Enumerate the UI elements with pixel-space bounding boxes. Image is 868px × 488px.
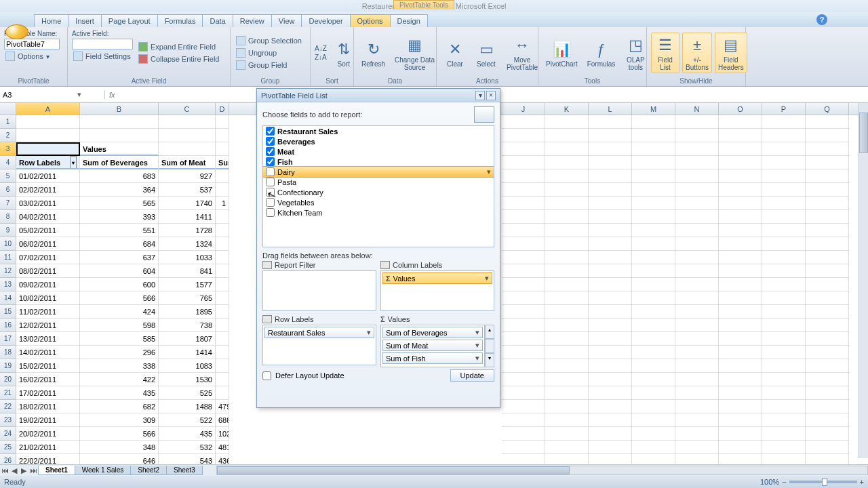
zoom-in-button[interactable]: + bbox=[860, 478, 864, 486]
cell[interactable] bbox=[545, 332, 589, 346]
cell[interactable]: 01/02/2011 bbox=[16, 169, 80, 183]
cell[interactable] bbox=[589, 251, 632, 264]
expand-field-button[interactable]: Expand Entire Field bbox=[137, 41, 221, 52]
sheet-tab-sheet2[interactable]: Sheet2 bbox=[130, 466, 167, 475]
tab-insert[interactable]: Insert bbox=[68, 14, 102, 27]
cell[interactable] bbox=[632, 264, 675, 278]
field-vegetables[interactable]: Vegetables bbox=[263, 197, 494, 207]
cell[interactable] bbox=[589, 264, 632, 278]
cell[interactable] bbox=[675, 183, 719, 197]
cell[interactable] bbox=[806, 210, 849, 224]
cell[interactable]: 1740 bbox=[159, 197, 216, 210]
col-header-J[interactable]: J bbox=[502, 103, 545, 115]
cell[interactable] bbox=[806, 332, 849, 346]
cell[interactable] bbox=[502, 359, 545, 373]
cell[interactable] bbox=[589, 129, 632, 142]
field-fish[interactable]: Fish bbox=[263, 157, 494, 167]
cell[interactable] bbox=[675, 251, 719, 264]
cell[interactable] bbox=[632, 251, 675, 264]
cell[interactable] bbox=[719, 413, 762, 427]
cell[interactable] bbox=[762, 359, 806, 373]
tab-formulas[interactable]: Formulas bbox=[157, 14, 203, 27]
cell[interactable] bbox=[762, 129, 806, 142]
namebox-dropdown-icon[interactable]: ▾ bbox=[77, 90, 81, 99]
row-header[interactable]: 18 bbox=[0, 346, 16, 359]
cell[interactable] bbox=[589, 278, 632, 291]
cell[interactable] bbox=[632, 346, 675, 359]
cell[interactable] bbox=[675, 278, 719, 291]
cell[interactable]: 1083 bbox=[159, 359, 216, 373]
cell[interactable]: 738 bbox=[159, 319, 216, 332]
cell[interactable] bbox=[216, 115, 229, 129]
cell[interactable]: 05/02/2011 bbox=[16, 224, 80, 237]
cell[interactable] bbox=[632, 115, 675, 129]
cell[interactable]: 364 bbox=[80, 183, 159, 197]
fieldlist-dropdown-icon[interactable]: ▾ bbox=[475, 91, 485, 100]
cell[interactable] bbox=[675, 156, 719, 169]
cell[interactable] bbox=[675, 441, 719, 454]
cell[interactable] bbox=[806, 115, 849, 129]
cell[interactable]: 13/02/2011 bbox=[16, 332, 80, 346]
cell[interactable]: 551 bbox=[80, 224, 159, 237]
cell[interactable] bbox=[502, 115, 545, 129]
cell[interactable] bbox=[216, 210, 229, 224]
cell[interactable] bbox=[762, 169, 806, 183]
zoom-slider[interactable] bbox=[789, 481, 857, 483]
cell[interactable]: 565 bbox=[80, 197, 159, 210]
ungroup-button[interactable]: Ungroup bbox=[235, 47, 306, 58]
cell[interactable] bbox=[806, 264, 849, 278]
row-header[interactable]: 23 bbox=[0, 413, 16, 427]
row-header[interactable]: 11 bbox=[0, 251, 16, 264]
sheet-nav-last[interactable]: ⏭ bbox=[28, 466, 38, 475]
cell[interactable]: 1411 bbox=[159, 210, 216, 224]
cell[interactable] bbox=[502, 169, 545, 183]
cell[interactable] bbox=[16, 142, 80, 156]
cell[interactable] bbox=[806, 156, 849, 169]
help-icon[interactable]: ? bbox=[816, 14, 827, 25]
field-checkbox[interactable] bbox=[266, 188, 275, 197]
cell[interactable] bbox=[589, 305, 632, 319]
row-header[interactable]: 14 bbox=[0, 291, 16, 305]
cell[interactable] bbox=[216, 373, 229, 386]
row-header[interactable]: 24 bbox=[0, 427, 16, 441]
cell[interactable]: 688 bbox=[216, 413, 229, 427]
cell[interactable] bbox=[502, 237, 545, 251]
cell[interactable] bbox=[159, 115, 216, 129]
cell[interactable] bbox=[762, 386, 806, 400]
cell[interactable] bbox=[675, 427, 719, 441]
cell[interactable] bbox=[675, 319, 719, 332]
cell[interactable] bbox=[545, 427, 589, 441]
refresh-button[interactable]: ↻Refresh bbox=[358, 37, 389, 70]
cell[interactable] bbox=[632, 359, 675, 373]
cell[interactable] bbox=[502, 210, 545, 224]
cell[interactable] bbox=[502, 264, 545, 278]
cell[interactable]: 435 bbox=[80, 386, 159, 400]
zoom-thumb[interactable] bbox=[822, 478, 827, 486]
row-labels-box[interactable]: Restaurant Sales▾ bbox=[262, 325, 376, 365]
cell[interactable]: 522 bbox=[159, 413, 216, 427]
cell[interactable] bbox=[545, 264, 589, 278]
field-meat[interactable]: Meat bbox=[263, 146, 494, 157]
cell[interactable]: 604 bbox=[80, 264, 159, 278]
cell[interactable] bbox=[762, 210, 806, 224]
cell[interactable]: 309 bbox=[80, 413, 159, 427]
move-button[interactable]: ↔Move PivotTable bbox=[503, 33, 541, 73]
cell[interactable] bbox=[719, 346, 762, 359]
cell[interactable] bbox=[216, 169, 229, 183]
vscroll-thumb[interactable] bbox=[859, 113, 868, 153]
cell[interactable] bbox=[762, 427, 806, 441]
tab-data[interactable]: Data bbox=[202, 14, 233, 27]
cell[interactable]: Sum of F bbox=[216, 156, 229, 169]
cell[interactable] bbox=[806, 183, 849, 197]
cell[interactable] bbox=[632, 291, 675, 305]
cell[interactable]: 03/02/2011 bbox=[16, 197, 80, 210]
column-chip-values[interactable]: Values▾ bbox=[382, 272, 492, 284]
row-header[interactable]: 4 bbox=[0, 156, 16, 169]
cell[interactable] bbox=[806, 129, 849, 142]
row-header[interactable]: 7 bbox=[0, 197, 16, 210]
cell[interactable] bbox=[632, 210, 675, 224]
cell[interactable] bbox=[632, 278, 675, 291]
cell[interactable] bbox=[632, 156, 675, 169]
cell[interactable] bbox=[632, 441, 675, 454]
cell[interactable]: 479 bbox=[216, 400, 229, 413]
